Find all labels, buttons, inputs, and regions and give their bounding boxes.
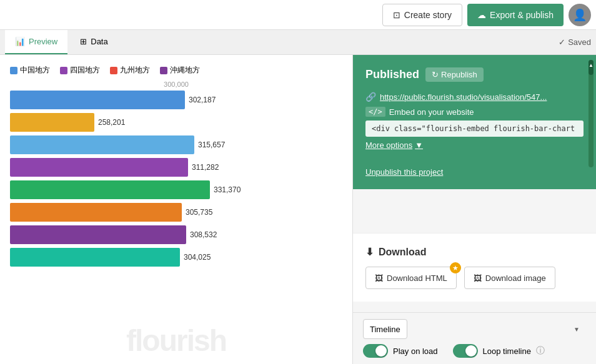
bar-label-5: 331,370: [214, 185, 241, 194]
legend-dot-kyushu: [110, 67, 117, 74]
legend-item-shikoku: 四国地方: [60, 65, 100, 76]
info-icon[interactable]: ⓘ: [536, 345, 545, 357]
republish-label: Republish: [441, 70, 477, 79]
bar-7: [10, 225, 186, 244]
bar-label-2: 258,201: [98, 118, 125, 127]
watermark: flourish: [126, 323, 226, 358]
bar-label-3: 315,657: [198, 140, 225, 149]
play-on-load-label: Play on load: [393, 347, 438, 356]
legend-label-chugoku: 中国地方: [20, 65, 50, 76]
published-label: Published: [365, 68, 419, 81]
legend-item-kyushu: 九州地方: [110, 65, 150, 76]
loop-timeline-item: Loop timeline ⓘ: [453, 344, 545, 358]
cloud-icon: ☁: [477, 10, 486, 20]
download-html-button[interactable]: 🖼 Download HTML ★: [365, 267, 457, 289]
timeline-select-wrapper: Timeline Slide None: [363, 319, 586, 339]
download-title: Download: [379, 247, 426, 258]
loop-timeline-toggle[interactable]: [453, 344, 478, 358]
tab-preview-label: Preview: [29, 37, 57, 46]
legend-label-shikoku: 四国地方: [70, 65, 100, 76]
bar-5: [10, 180, 210, 199]
bar-row-3: 315,657: [10, 135, 342, 154]
star-badge: ★: [450, 262, 461, 273]
bar-row-4: 311,282: [10, 158, 342, 177]
toolbar: ⊡ Create story ☁ Export & publish 👤: [0, 0, 596, 30]
scrollbar-thumb: ▲: [589, 60, 594, 75]
bar-label-6: 305,735: [186, 208, 212, 217]
bar-4: [10, 158, 188, 177]
legend-label-kyushu: 九州地方: [120, 65, 150, 76]
bar-label-4: 311,282: [192, 163, 219, 172]
chart-area: 中国地方 四国地方 九州地方 沖縄地方 300,000 302,187: [0, 55, 352, 364]
preview-icon: 📊: [15, 37, 25, 46]
subtoolbar: 📊 Preview ⊞ Data ✓ Saved: [0, 30, 596, 55]
tab-data-label: Data: [91, 37, 107, 46]
bar-3: [10, 135, 194, 154]
download-html-label: Download HTML: [387, 273, 447, 283]
bottom-controls: Timeline Slide None Play on load: [353, 312, 596, 364]
embed-label-row: </> Embed on your website: [365, 107, 584, 117]
more-options-button[interactable]: More options ▼: [365, 140, 423, 150]
legend-label-okinawa: 沖縄地方: [170, 65, 200, 76]
bar-label-7: 308,532: [190, 230, 217, 239]
play-on-load-item: Play on load: [363, 344, 438, 358]
right-panel: Published ↻ Republish 🔗 https://public.f…: [352, 55, 596, 364]
data-icon: ⊞: [80, 37, 87, 46]
embed-code-input[interactable]: [365, 121, 584, 137]
export-publish-button[interactable]: ☁ Export & publish: [467, 4, 564, 26]
timeline-select[interactable]: Timeline Slide None: [363, 319, 407, 339]
tab-data[interactable]: ⊞ Data: [70, 30, 117, 54]
check-icon: ✓: [559, 37, 565, 47]
legend-item-chugoku: 中国地方: [10, 65, 50, 76]
saved-label: Saved: [568, 37, 591, 47]
legend-dot-okinawa: [160, 67, 167, 74]
bar-row-2: 258,201: [10, 113, 342, 132]
play-on-load-toggle[interactable]: [363, 344, 388, 358]
tab-preview[interactable]: 📊 Preview: [5, 30, 67, 54]
republish-button[interactable]: ↻ Republish: [425, 67, 484, 82]
more-options-label: More options: [365, 140, 412, 150]
chart-legend: 中国地方 四国地方 九州地方 沖縄地方: [10, 65, 342, 76]
unpublish-label: Unpublish this project: [365, 167, 443, 177]
loop-timeline-label: Loop timeline: [483, 347, 531, 356]
url-link[interactable]: https://public.flourish.studio/visualisa…: [380, 92, 547, 102]
download-buttons: 🖼 Download HTML ★ 🖼 Download image: [365, 267, 584, 289]
download-icon: ⬇: [365, 246, 374, 258]
export-popup: Published ↻ Republish 🔗 https://public.f…: [353, 55, 596, 189]
story-icon: ⊡: [393, 10, 400, 20]
avatar[interactable]: 👤: [569, 4, 591, 26]
scrollbar-track[interactable]: ▲: [589, 60, 594, 167]
unpublish-button[interactable]: Unpublish this project: [365, 167, 443, 177]
download-header: ⬇ Download: [365, 246, 584, 258]
bar-label-8: 304,025: [184, 253, 211, 262]
bar-row-1: 302,187: [10, 91, 342, 109]
republish-icon: ↻: [432, 70, 439, 79]
create-story-button[interactable]: ⊡ Create story: [382, 4, 462, 26]
bar-row-5: 331,370: [10, 180, 342, 199]
timeline-row: Timeline Slide None: [363, 319, 586, 339]
main-area: 中国地方 四国地方 九州地方 沖縄地方 300,000 302,187: [0, 55, 596, 364]
legend-dot-shikoku: [60, 67, 67, 74]
create-story-label: Create story: [404, 10, 452, 20]
bar-row-6: 305,735: [10, 203, 342, 222]
export-popup-header: Published ↻ Republish: [365, 67, 584, 82]
embed-label-text: Embed on your website: [389, 107, 474, 117]
bar-8: [10, 248, 180, 267]
bar-row-8: 304,025: [10, 248, 342, 267]
url-row: 🔗 https://public.flourish.studio/visuali…: [365, 92, 584, 102]
bar-label-1: 302,187: [189, 96, 216, 104]
download-image-button[interactable]: 🖼 Download image: [464, 267, 555, 289]
axis-label: 300,000: [10, 81, 342, 88]
embed-code-icon: </>: [365, 107, 385, 117]
chevron-down-icon: ▼: [415, 140, 423, 150]
bar-2: [10, 113, 94, 132]
download-image-label: Download image: [485, 273, 546, 283]
download-section: ⬇ Download 🖼 Download HTML ★ 🖼 Download …: [353, 233, 596, 302]
html-icon: 🖼: [375, 273, 383, 283]
legend-item-okinawa: 沖縄地方: [160, 65, 200, 76]
bar-row-7: 308,532: [10, 225, 342, 244]
toggle-row: Play on load Loop timeline ⓘ: [363, 344, 586, 358]
link-icon: 🔗: [365, 92, 376, 102]
legend-dot-chugoku: [10, 67, 17, 74]
bar-6: [10, 203, 182, 222]
